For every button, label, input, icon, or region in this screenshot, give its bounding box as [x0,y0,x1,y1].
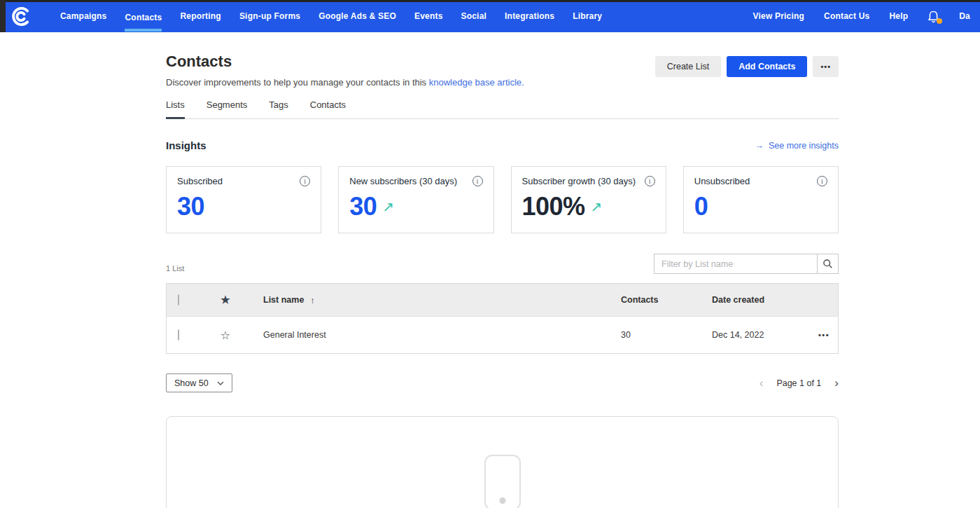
arrow-right-icon: → [755,141,764,151]
card-subscriber-growth: Subscriber growth (30 days) i 100% ↗ [511,166,666,233]
card-subscribed: Subscribed i 30 [166,166,321,233]
table-row: ☆ General Interest 30 Dec 14, 2022 ••• [167,316,838,353]
pagination: ‹ Page 1 of 1 › [760,377,839,389]
nav-item-social[interactable]: Social [452,0,496,32]
nav-item-events[interactable]: Events [405,0,452,32]
chevron-down-icon [217,381,224,385]
knowledge-base-link[interactable]: knowledge base article. [429,77,524,88]
card-label: Unsubscribed [694,176,750,186]
nav-right-group: View Pricing Contact Us Help Da [743,0,980,32]
page-title: Contacts [166,53,524,71]
lists-table: ★ List name ↑ Contacts Date created ☆ Ge… [166,283,839,354]
info-icon[interactable]: i [817,176,827,186]
table-footer: Show 50 ‹ Page 1 of 1 › [166,373,839,392]
card-label: Subscriber growth (30 days) [522,176,636,186]
nav-item-library[interactable]: Library [564,0,611,32]
see-more-insights-link[interactable]: → See more insights [755,141,839,151]
nav-item-campaigns[interactable]: Campaigns [51,0,115,32]
prev-page-button[interactable]: ‹ [760,377,764,389]
sort-asc-icon: ↑ [310,295,315,306]
insights-header: Insights → See more insights [166,139,839,151]
tab-contacts[interactable]: Contacts [310,99,346,119]
select-all-checkbox[interactable] [178,294,179,306]
column-header-list-name[interactable]: List name ↑ [245,295,614,306]
trend-up-icon: ↗ [591,198,602,215]
filter-input[interactable] [654,254,818,274]
row-checkbox[interactable] [178,329,179,341]
bottom-panel [166,416,839,508]
constant-contact-logo[interactable] [10,5,33,28]
trend-up-icon: ↗ [382,198,393,215]
card-label: New subscribers (30 days) [349,176,457,186]
account-menu[interactable]: Da [949,0,980,33]
main-content: Contacts Discover improvements to help y… [166,53,839,508]
nav-item-google-ads-seo[interactable]: Google Ads & SEO [309,0,405,32]
page-size-select[interactable]: Show 50 [166,373,232,392]
row-contacts-count: 30 [614,330,705,340]
table-header-row: ★ List name ↑ Contacts Date created [167,284,838,316]
column-header-date-created: Date created [705,295,810,305]
info-icon[interactable]: i [472,176,483,186]
add-contacts-button[interactable]: Add Contacts [727,56,807,77]
nav-item-signup-forms[interactable]: Sign-up Forms [230,0,309,32]
more-options-button[interactable]: ••• [813,56,839,77]
list-name-link[interactable]: General Interest [263,330,326,340]
brand-c-icon [10,5,33,28]
page-header: Contacts Discover improvements to help y… [166,53,839,88]
list-controls: 1 List [166,254,839,274]
nav-item-reporting[interactable]: Reporting [171,0,230,32]
row-date-created: Dec 14, 2022 [705,330,810,340]
top-navbar: Campaigns Contacts Reporting Sign-up For… [0,0,980,32]
search-button[interactable] [818,254,839,274]
notification-badge [937,18,942,24]
nav-item-contacts[interactable]: Contacts [115,0,171,32]
phone-icon [484,455,521,508]
card-unsubscribed: Unsubscribed i 0 [683,166,839,233]
nav-item-view-pricing[interactable]: View Pricing [743,0,815,33]
info-icon[interactable]: i [645,176,655,186]
header-actions: Create List Add Contacts ••• [655,56,839,88]
tab-lists[interactable]: Lists [166,99,185,119]
search-icon [822,259,833,269]
next-page-button[interactable]: › [834,377,839,389]
nav-item-integrations[interactable]: Integrations [496,0,564,32]
card-value: 30 ↗ [349,192,482,221]
column-header-contacts: Contacts [614,295,705,305]
page-indicator: Page 1 of 1 [776,378,821,388]
list-count: 1 List [166,264,184,273]
star-filled-icon: ★ [206,294,245,306]
notification-bell-icon[interactable] [927,10,939,23]
screen-edge-left [0,0,6,32]
card-value: 0 [694,192,827,221]
phone-home-button-dot [499,497,505,504]
star-outline-icon[interactable]: ☆ [220,329,230,341]
subtitle-text: Discover improvements to help you manage… [166,77,426,88]
primary-nav: Campaigns Contacts Reporting Sign-up For… [51,0,611,32]
row-more-options-button[interactable]: ••• [810,331,838,339]
insights-title: Insights [166,139,206,151]
list-filter [654,254,839,274]
screen-edge-top [0,0,980,2]
insight-cards: Subscribed i 30 New subscribers (30 days… [166,166,839,233]
tab-tags[interactable]: Tags [269,99,288,119]
page-subtitle: Discover improvements to help you manage… [166,77,524,88]
card-value: 30 [177,192,310,221]
page-header-text: Contacts Discover improvements to help y… [166,53,524,88]
nav-item-help[interactable]: Help [879,0,918,33]
contacts-tabs: Lists Segments Tags Contacts [166,99,839,119]
nav-item-contact-us[interactable]: Contact Us [814,0,879,33]
info-icon[interactable]: i [300,176,310,186]
create-list-button[interactable]: Create List [655,56,721,77]
card-label: Subscribed [177,176,223,186]
see-more-insights-label: See more insights [769,141,839,151]
tab-segments[interactable]: Segments [206,99,248,119]
card-new-subscribers: New subscribers (30 days) i 30 ↗ [338,166,493,233]
card-value: 100% ↗ [522,192,655,221]
